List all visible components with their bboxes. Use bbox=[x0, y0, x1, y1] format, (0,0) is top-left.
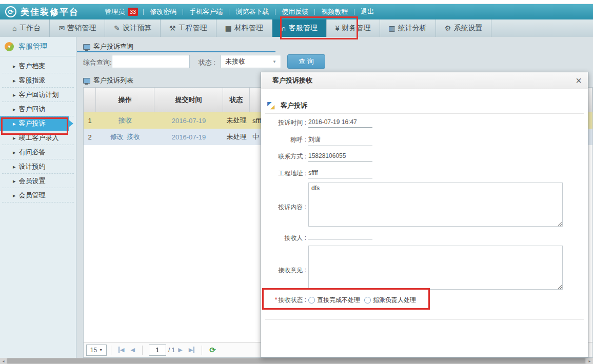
last-page-button[interactable]: ▶ bbox=[189, 347, 194, 353]
tab-finance[interactable]: ¥ 财务管理 bbox=[327, 19, 380, 37]
pager-divider bbox=[142, 346, 143, 355]
sidebar-item-customer-visit[interactable]: ▸客户回访 bbox=[2, 102, 74, 116]
page-number-input[interactable] bbox=[149, 345, 166, 356]
top-menu-user[interactable]: 管理员 bbox=[98, 7, 128, 16]
sidebar-item-visit-plan[interactable]: ▸客户回访计划 bbox=[2, 88, 74, 102]
caret-right-icon: ▸ bbox=[13, 77, 16, 84]
sidebar-item-customer-complaint[interactable]: ▸客户投诉 bbox=[0, 116, 69, 131]
module-tabbar: ⌂ 工作台 ✉ 营销管理 ✎ 设计预算 ⚒ 工程管理 ▦ 材料管理 ∩ 客服管理… bbox=[0, 19, 593, 37]
receive-link[interactable]: 接收 bbox=[118, 116, 132, 125]
tab-label: 材料管理 bbox=[234, 24, 263, 33]
sidebar-item-member-settings[interactable]: ▸会员设置 bbox=[2, 174, 74, 188]
dialog-titlebar[interactable]: 客户投诉接收 × bbox=[261, 72, 588, 89]
tab-engineering[interactable]: ⚒ 工程管理 bbox=[161, 19, 216, 37]
caret-right-icon: ▸ bbox=[13, 164, 16, 170]
receiver-field[interactable] bbox=[308, 232, 372, 239]
sidebar-item-service-assign[interactable]: ▸客服指派 bbox=[2, 73, 74, 88]
keyword-label: 综合查询: bbox=[83, 58, 112, 67]
refresh-icon[interactable]: ⟳ bbox=[209, 346, 216, 355]
scrollbar-thumb[interactable] bbox=[7, 358, 585, 363]
list-panel-header: 客户投诉列表 bbox=[83, 76, 133, 85]
sidebar-item-design-booking[interactable]: ▸设计预约 bbox=[2, 159, 74, 174]
monitor-icon bbox=[83, 78, 90, 84]
team-icon: ⚒ bbox=[169, 24, 176, 32]
scroll-right-icon[interactable]: ▸ bbox=[586, 358, 593, 364]
caret-right-icon: ▸ bbox=[13, 63, 16, 69]
status-select-value: 未接收 bbox=[225, 57, 245, 66]
list-panel-title: 客户投诉列表 bbox=[93, 76, 133, 85]
page-size-select[interactable]: 15 ▼ bbox=[86, 345, 107, 356]
search-button[interactable]: 查 询 bbox=[287, 54, 325, 69]
top-menu-logout[interactable]: 退出 bbox=[354, 7, 380, 16]
sidebar-header[interactable]: ▾ 客服管理 bbox=[0, 37, 76, 56]
radio-complete-directly-label[interactable]: 直接完成不处理 bbox=[317, 296, 360, 305]
top-menu-change-password[interactable]: 修改密码 bbox=[144, 7, 183, 16]
status-value: 未处理 bbox=[223, 129, 250, 145]
sidebar-item-qa[interactable]: ▸有问必答 bbox=[2, 145, 74, 159]
sidebar-item-completed-entry[interactable]: ▸竣工客户录入 bbox=[2, 131, 74, 145]
tab-marketing[interactable]: ✉ 营销管理 bbox=[50, 19, 105, 37]
tab-system-settings[interactable]: ⚙ 系统设置 bbox=[436, 19, 492, 37]
chevron-down-icon: ▼ bbox=[99, 348, 103, 352]
pager-divider bbox=[111, 346, 111, 355]
top-menu-feedback[interactable]: 使用反馈 bbox=[275, 7, 314, 16]
chart-icon: ▥ bbox=[389, 24, 396, 32]
content-row: 投诉内容 : dfs bbox=[261, 183, 588, 228]
home-icon: ⌂ bbox=[12, 24, 16, 32]
tab-label: 工程管理 bbox=[179, 24, 207, 33]
app-logo: ⟳ 美佳装修平台 bbox=[5, 6, 79, 18]
section-divider bbox=[265, 113, 584, 114]
grid-icon: ▦ bbox=[225, 24, 232, 32]
tab-design-budget[interactable]: ✎ 设计预算 bbox=[105, 19, 161, 37]
prev-page-button[interactable]: ◀ bbox=[130, 347, 134, 353]
monitor-icon bbox=[83, 44, 90, 50]
top-menu-video-tutorial[interactable]: 视频教程 bbox=[315, 7, 354, 16]
top-menu-mobile-client[interactable]: 手机客户端 bbox=[183, 7, 229, 16]
page-total-label: / 1 bbox=[168, 347, 175, 354]
col-status: 状态 bbox=[223, 88, 250, 112]
complaint-content-textarea[interactable]: dfs bbox=[308, 183, 563, 227]
collapse-circle-icon: ▾ bbox=[5, 42, 14, 51]
row-number: 1 bbox=[84, 112, 96, 129]
dialog-title: 客户投诉接收 bbox=[272, 76, 312, 85]
top-menu-browser-download[interactable]: 浏览器下载 bbox=[229, 7, 275, 16]
caret-right-icon: ▸ bbox=[13, 92, 16, 98]
sidebar: ▾ 客服管理 ▸客户档案 ▸客服指派 ▸客户回访计划 ▸客户回访 ▸客户投诉 ▸… bbox=[0, 37, 76, 358]
tab-statistics[interactable]: ▥ 统计分析 bbox=[380, 19, 436, 37]
tab-workbench[interactable]: ⌂ 工作台 bbox=[0, 19, 50, 37]
section-arrows-icon: ◤ ◢ bbox=[267, 100, 276, 110]
caret-right-icon: ▸ bbox=[13, 149, 16, 155]
submit-time: 2016-07-19 bbox=[172, 117, 206, 125]
radio-assign-manager[interactable] bbox=[364, 297, 371, 304]
horizontal-scrollbar[interactable]: ◂ ▸ bbox=[0, 358, 593, 364]
phone-field: 15828106055 bbox=[308, 152, 372, 161]
tab-label: 系统设置 bbox=[453, 24, 482, 33]
caret-right-icon: ▸ bbox=[13, 192, 16, 198]
sidebar-item-customer-archive[interactable]: ▸客户档案 bbox=[2, 59, 74, 73]
notification-badge[interactable]: 33 bbox=[128, 8, 138, 16]
receive-link[interactable]: 接收 bbox=[127, 132, 140, 141]
row-number: 2 bbox=[84, 129, 96, 145]
name-label: 称呼 : bbox=[261, 135, 306, 144]
first-page-button[interactable]: ◀ bbox=[118, 347, 124, 353]
name-field: 刘潇 bbox=[308, 135, 372, 146]
modify-link[interactable]: 修改 bbox=[110, 132, 124, 141]
sidebar-item-member-manage[interactable]: ▸会员管理 bbox=[2, 188, 74, 203]
headset-icon: ∩ bbox=[281, 24, 286, 32]
close-icon[interactable]: × bbox=[576, 75, 582, 86]
tab-customer-service[interactable]: ∩ 客服管理 bbox=[272, 19, 327, 37]
tab-label: 营销管理 bbox=[67, 24, 96, 33]
status-value: 未处理 bbox=[223, 112, 250, 129]
tab-materials[interactable]: ▦ 材料管理 bbox=[216, 19, 272, 37]
col-rownum bbox=[84, 88, 96, 112]
next-page-button[interactable]: ▶ bbox=[178, 347, 182, 353]
opinion-row: 接收意见 : bbox=[261, 246, 588, 291]
sidebar-menu: ▸客户档案 ▸客服指派 ▸客户回访计划 ▸客户回访 ▸客户投诉 ▸竣工客户录入 … bbox=[0, 59, 76, 203]
keyword-input[interactable] bbox=[112, 55, 190, 68]
radio-complete-directly[interactable] bbox=[308, 297, 315, 304]
tab-label: 统计分析 bbox=[398, 24, 427, 33]
scroll-left-icon[interactable]: ◂ bbox=[0, 358, 7, 364]
status-select[interactable]: 未接收 ▼ bbox=[221, 55, 281, 68]
receive-opinion-textarea[interactable] bbox=[308, 246, 563, 290]
radio-assign-manager-label[interactable]: 指派负责人处理 bbox=[373, 296, 416, 305]
